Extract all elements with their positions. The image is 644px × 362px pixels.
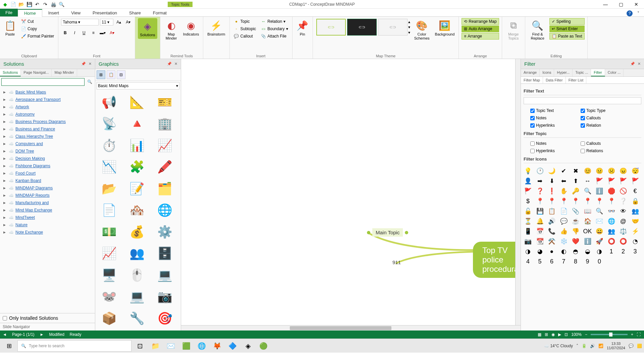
filter-icon-item[interactable]: 🕐 xyxy=(536,167,544,175)
shrink-font-button[interactable]: A▾ xyxy=(124,18,132,26)
filter-icon-item[interactable]: 😀 xyxy=(595,227,604,236)
zoom-out-button[interactable]: − xyxy=(585,332,587,337)
filter-icon-item[interactable]: ☹️ xyxy=(607,167,616,175)
filter-icon-item[interactable]: ℹ️ xyxy=(583,237,592,246)
expand-icon[interactable]: ▶ xyxy=(3,194,7,197)
pin-panel-icon[interactable]: 📌 xyxy=(167,62,172,66)
cb-callouts-2[interactable]: Callouts xyxy=(581,141,618,146)
close-button[interactable]: ✕ xyxy=(629,0,644,9)
filter-icon-item[interactable]: 🔍 xyxy=(583,187,592,195)
sol-item[interactable]: ▶☁️Kanban Board xyxy=(3,177,92,184)
sol-item[interactable]: ▶☁️MindTweet xyxy=(3,214,92,221)
tab-solutions[interactable]: Solutions xyxy=(0,69,21,76)
graphics-item[interactable]: 🎯 xyxy=(153,309,176,328)
expand-icon[interactable]: ▶ xyxy=(3,135,7,138)
auto-arrange-button[interactable]: ⊞Auto Arrange xyxy=(462,25,499,32)
handle-icon[interactable] xyxy=(367,231,370,234)
color-schemes-button[interactable]: 🎨Color Schemes xyxy=(412,18,432,42)
sol-link[interactable]: Aerospace and Transport xyxy=(15,97,61,102)
weather-widget[interactable]: ☁️ 14°C Cloudy xyxy=(544,344,573,348)
expand-icon[interactable]: ▶ xyxy=(3,231,7,234)
sol-link[interactable]: Astronomy xyxy=(15,112,35,117)
filter-icon-item[interactable]: ⬅ xyxy=(559,177,568,185)
battery-icon[interactable]: 🔋 xyxy=(582,344,587,348)
expand-icon[interactable]: ▶ xyxy=(3,98,7,101)
subtab-filter-map[interactable]: Filter Map xyxy=(521,77,543,83)
paste-as-text-button[interactable]: 📋Paste as Text xyxy=(549,33,585,40)
filter-icon-item[interactable]: 🔒 xyxy=(631,197,640,205)
filter-icon-item[interactable]: 1 xyxy=(607,247,616,256)
next-page-button[interactable]: ► xyxy=(40,332,44,337)
cb-notes[interactable]: Notes xyxy=(530,116,567,120)
boundary-button[interactable]: ▭Boundary ▾ xyxy=(259,25,289,32)
sol-link[interactable]: Mind Map Exchange xyxy=(15,208,52,213)
topic-tools-tab[interactable]: Topic Tools xyxy=(168,2,193,7)
fit-icon[interactable]: ⛶ xyxy=(637,332,641,337)
graphics-item[interactable]: 💰 xyxy=(125,223,149,241)
highlight-button[interactable]: ▬▾ xyxy=(99,29,107,37)
prev-page-button[interactable]: ◄ xyxy=(3,332,7,337)
volume-icon[interactable]: 🔊 xyxy=(590,344,595,348)
graphics-item[interactable]: 📝 xyxy=(125,179,149,198)
filter-icon-item[interactable]: 💾 xyxy=(536,207,544,216)
app-icon-3[interactable]: 🟢 xyxy=(256,340,270,352)
filter-icon-item[interactable]: ◑ xyxy=(524,247,532,256)
close-panel-icon[interactable]: ✕ xyxy=(174,62,177,66)
filter-icon-item[interactable]: 🌐 xyxy=(607,217,616,226)
filter-icon-item[interactable]: 3 xyxy=(631,247,640,256)
view-icon-3[interactable]: ◉ xyxy=(551,332,555,337)
filter-icon-item[interactable]: 📍 xyxy=(607,197,616,205)
merge-topics-button[interactable]: ⧉Merge Topics xyxy=(505,18,522,42)
clock[interactable]: 13:33 11/07/2024 xyxy=(607,342,625,350)
filter-icon-item[interactable]: 🚩 xyxy=(619,177,628,185)
graphics-category-combo[interactable]: Basic Mind Maps▾ xyxy=(97,82,179,89)
copy-button[interactable]: 📄Copy xyxy=(19,25,55,32)
solutions-search-input[interactable] xyxy=(1,78,85,86)
subtab-data-filter[interactable]: Data Filter xyxy=(543,77,566,83)
sol-item[interactable]: ▶☁️Class Hierarchy Tree xyxy=(3,133,92,140)
graphics-item[interactable]: 📈 xyxy=(97,244,121,263)
filter-icon-item[interactable]: ↔ xyxy=(583,177,592,185)
solutions-list[interactable]: ▶☁️Basic Mind Maps▶☁️Aerospace and Trans… xyxy=(0,87,95,313)
filter-icon-item[interactable]: 🔍 xyxy=(595,207,604,216)
explorer-icon[interactable]: 📁 xyxy=(148,340,162,352)
gfx-view-list-button[interactable]: 📋 xyxy=(107,70,115,79)
cb-notes-2[interactable]: Notes xyxy=(530,141,567,146)
underline-button[interactable]: U xyxy=(80,29,88,37)
sol-link[interactable]: Food Court xyxy=(15,171,36,176)
sol-link[interactable]: Business and Finance xyxy=(15,127,55,131)
expand-icon[interactable]: ▶ xyxy=(3,120,7,123)
graphics-item[interactable]: 📡 xyxy=(97,114,121,133)
graphics-item[interactable]: 🔧 xyxy=(125,309,149,328)
format-painter-button[interactable]: 🖌️Format Painter xyxy=(19,33,55,40)
graphics-item[interactable]: 📐 xyxy=(125,93,149,112)
sol-link[interactable]: Computers and xyxy=(15,141,43,146)
indicators-button[interactable]: ◉Indicators xyxy=(182,18,201,38)
sol-item[interactable]: ▶☁️Basic Mind Maps xyxy=(3,88,92,96)
sol-item[interactable]: ▶☁️Note Exchange xyxy=(3,229,92,236)
filter-icon-item[interactable]: 🔑 xyxy=(571,187,580,195)
expand-icon[interactable]: ▶ xyxy=(3,223,7,227)
start-button[interactable]: ⊞ xyxy=(2,340,16,352)
pin-panel-icon[interactable]: 📌 xyxy=(81,62,86,66)
tab-hyper[interactable]: Hyper... xyxy=(554,69,573,76)
filter-icon-item[interactable]: ⭕ xyxy=(619,237,628,246)
filter-icon-item[interactable]: 😊 xyxy=(583,167,592,175)
graphics-item[interactable]: 💻 xyxy=(125,287,149,306)
conceptdraw-icon[interactable]: ◈ xyxy=(241,340,255,352)
background-button[interactable]: 🖼️Background xyxy=(434,18,456,38)
filter-icon-item[interactable]: ◐ xyxy=(559,247,568,256)
filter-icon-item[interactable]: 🚀 xyxy=(595,237,604,246)
graphics-item[interactable]: 💵 xyxy=(97,223,121,241)
sol-item[interactable]: ▶☁️Astronomy xyxy=(3,111,92,118)
filter-icon-item[interactable]: ⚡ xyxy=(631,227,640,236)
filter-icon-item[interactable]: 📄 xyxy=(559,207,568,216)
filter-icon-item[interactable]: 4 xyxy=(524,257,532,266)
grow-font-button[interactable]: A▴ xyxy=(115,18,123,26)
expand-icon[interactable]: ▶ xyxy=(3,201,7,204)
preview-icon[interactable]: 🔍 xyxy=(58,1,64,7)
filter-icon-item[interactable]: 📍 xyxy=(547,197,556,205)
cb-hyperlinks-2[interactable]: Hyperlinks xyxy=(530,148,567,153)
filter-icon-item[interactable]: ℹ️ xyxy=(595,187,604,195)
close-panel-icon[interactable]: ✕ xyxy=(89,62,92,66)
